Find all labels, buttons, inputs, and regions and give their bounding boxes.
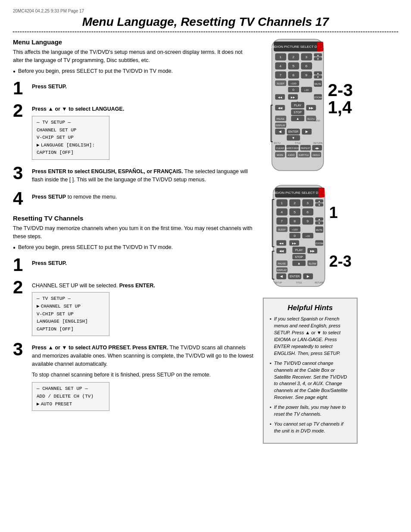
svg-rect-100 xyxy=(318,188,324,197)
resetting-step-1: 1 Press SETUP. xyxy=(13,256,254,274)
main-content: Menu Language This affects the language … xyxy=(13,38,254,444)
remote-label-2-3: 2-3 xyxy=(328,81,353,99)
svg-text:▶▶: ▶▶ xyxy=(292,242,296,245)
step-3-text: Press ENTER to select ENGLISH, ESPAÑOL, … xyxy=(32,168,254,184)
svg-text:6: 6 xyxy=(307,210,309,214)
svg-text:PLAY: PLAY xyxy=(295,249,303,252)
svg-text:▶▶: ▶▶ xyxy=(309,106,314,109)
step-number-2: 2 xyxy=(13,102,28,120)
step-number-4: 4 xyxy=(13,190,28,208)
remote-image-2: STAND/ON PICTURE SELECT DVD/DSE 1 2 3 ▲ … xyxy=(269,184,329,289)
svg-text:TITLE: TITLE xyxy=(296,281,302,284)
svg-text:◀◀: ◀◀ xyxy=(278,96,282,99)
step-2-text: Press ▲ or ▼ to select LANGUAGE. xyxy=(32,105,254,113)
resetting-step-3-content: Press ▲ or ▼ to select AUTO PRESET. Pres… xyxy=(32,340,254,411)
hint-item-4: You cannot set up TV channels if the uni… xyxy=(270,421,351,435)
svg-text:▲: ▲ xyxy=(318,200,321,202)
svg-text:ENTER: ENTER xyxy=(288,130,299,133)
resetting-step-number-3: 3 xyxy=(13,340,28,358)
screen-line-4: CAPTION [OFF] xyxy=(37,149,105,157)
screen2-line-4: CAPTION [OFF] xyxy=(37,326,105,333)
svg-text:▶▶: ▶▶ xyxy=(310,249,315,252)
svg-text:+100: +100 xyxy=(292,228,298,231)
svg-text:▼: ▼ xyxy=(317,58,319,60)
arrow-icon-3: ▶ xyxy=(37,401,40,408)
svg-text:PLAY: PLAY xyxy=(294,104,302,107)
svg-text:MENU: MENU xyxy=(314,119,321,122)
svg-text:CLEAR: CLEAR xyxy=(276,147,284,149)
svg-text:7: 7 xyxy=(280,73,282,77)
svg-text:▲: ▲ xyxy=(317,54,319,56)
right-remotes: STAND/ON PICTURE SELECT DVD/DSE 1 2 3 ▲ xyxy=(263,38,358,444)
menu-language-heading: Menu Language xyxy=(13,38,254,46)
svg-text:5: 5 xyxy=(294,210,296,214)
screen2-header: — TV SETUP — xyxy=(37,295,105,303)
remote-1-step-labels: 2-3 1,4 xyxy=(328,38,353,116)
screen-line-2: V-CHIP SET UP xyxy=(37,134,105,142)
svg-text:9: 9 xyxy=(307,219,309,223)
menu-language-bullet: Before you begin, press SELECT to put th… xyxy=(13,67,254,75)
step-1-content: Press SETUP. xyxy=(32,79,254,93)
svg-text:PAUSE: PAUSE xyxy=(277,118,285,120)
svg-text:ZOOM: ZOOM xyxy=(314,96,322,99)
svg-text:SUBTITLE: SUBTITLE xyxy=(299,154,309,156)
step-number-1: 1 xyxy=(13,79,28,97)
screen2-line-3: LANGUAGE [ENGLISH] xyxy=(37,318,105,326)
resetting-tv-intro: The TV/DVD may memorize channels when yo… xyxy=(13,224,254,241)
resetting-tv-bullet: Before you begin, press SELECT to put th… xyxy=(13,243,254,252)
resetting-step-number-1: 1 xyxy=(13,256,28,274)
resetting-step-2-text: CHANNEL SET UP will be selected. Press E… xyxy=(32,282,254,290)
svg-text:◀◀: ◀◀ xyxy=(279,242,283,245)
svg-text:8: 8 xyxy=(294,219,296,223)
screen-mockup-3: — CHANNEL SET UP — ADD / DELETE CH (TV) … xyxy=(32,382,109,411)
svg-text:ENTER: ENTER xyxy=(290,275,300,278)
screen3-line-2-text: AUTO PRESET xyxy=(41,401,72,408)
svg-text:MODE: MODE xyxy=(277,154,284,156)
svg-text:9: 9 xyxy=(305,73,308,77)
remote-label-2-3-second: 2-3 xyxy=(329,254,352,269)
page-title: Menu Language, Resetting TV Channels 17 xyxy=(13,15,398,29)
svg-text:REPEAT: REPEAT xyxy=(301,147,310,149)
svg-text:▲: ▲ xyxy=(297,261,301,265)
svg-text:SLEEP: SLEEP xyxy=(277,82,284,85)
hints-list: If you select Spanish or French menus an… xyxy=(270,316,351,435)
screen2-line-1-selected: ▶ CHANNEL SET UP xyxy=(37,303,105,311)
svg-text:STOP: STOP xyxy=(294,111,302,114)
step-4-content: Press SETUP to remove the menu. xyxy=(32,190,254,203)
screen-line-3-text: LANGUAGE [ENGLISH]: xyxy=(41,142,95,149)
svg-text:8: 8 xyxy=(293,73,295,77)
arrow-icon-2: ▶ xyxy=(37,303,40,311)
svg-text:▼: ▼ xyxy=(318,204,321,206)
svg-text:TITLE: TITLE xyxy=(295,142,301,144)
svg-text:RETURN: RETURN xyxy=(315,281,324,284)
step-2-content: Press ▲ or ▼ to select LANGUAGE. — TV SE… xyxy=(32,102,254,160)
remote-image-1: STAND/ON PICTURE SELECT DVD/DSE 1 2 3 ▲ xyxy=(268,38,328,173)
svg-text:7: 7 xyxy=(281,219,283,223)
svg-text:▲: ▲ xyxy=(317,72,319,75)
screen-mockup-1: — TV SETUP — CHANNEL SET UP V-CHIP SET U… xyxy=(32,116,109,160)
svg-text:SETUP: SETUP xyxy=(275,281,282,284)
svg-text:1: 1 xyxy=(281,201,283,205)
svg-text:6: 6 xyxy=(305,64,308,68)
svg-text:STOP: STOP xyxy=(295,255,303,258)
svg-text:1: 1 xyxy=(280,55,282,59)
resetting-step-1-content: Press SETUP. xyxy=(32,256,254,269)
svg-text:+10: +10 xyxy=(305,235,310,237)
svg-text:▲: ▲ xyxy=(296,117,299,121)
hint-item-1: If you select Spanish or French menus an… xyxy=(270,316,351,357)
svg-text:4: 4 xyxy=(280,64,282,68)
svg-text:ZOOM: ZOOM xyxy=(315,242,323,245)
svg-text:2: 2 xyxy=(293,55,295,59)
svg-text:◀: ◀ xyxy=(279,130,282,134)
menu-language-step-3: 3 Press ENTER to select ENGLISH, ESPAÑOL… xyxy=(13,164,254,186)
arrow-icon: ▶ xyxy=(37,142,40,149)
svg-text:▶: ▶ xyxy=(307,274,310,278)
resetting-tv-section: Resetting TV Channels The TV/DVD may mem… xyxy=(13,215,254,411)
menu-language-step-2: 2 Press ▲ or ▼ to select LANGUAGE. — TV … xyxy=(13,102,254,160)
svg-text:AUDIO: AUDIO xyxy=(288,154,295,156)
svg-text:SEARCH MODE: SEARCH MODE xyxy=(284,147,301,149)
svg-text:0: 0 xyxy=(294,234,296,238)
svg-text:VOL: VOL xyxy=(308,73,313,75)
svg-text:◀▶: ◀▶ xyxy=(315,147,319,149)
helpful-hints-title: Helpful Hints xyxy=(270,304,351,312)
